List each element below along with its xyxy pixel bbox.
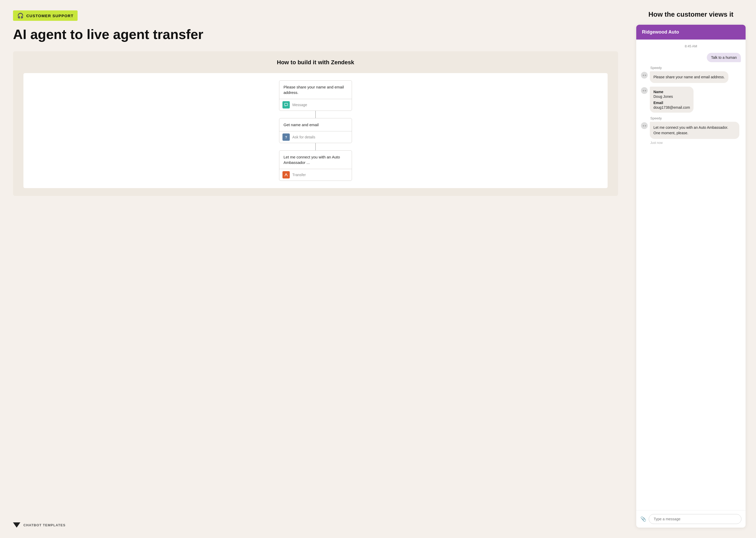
step-2-text: Get name and email: [279, 118, 352, 131]
step-2-action-label: Ask for details: [292, 135, 315, 139]
email-value: doug1738@email.com: [654, 105, 690, 110]
name-label: Name: [654, 90, 690, 94]
connector-1: [315, 111, 316, 118]
badge-label: CUSTOMER SUPPORT: [26, 14, 74, 18]
headset-icon: 🎧: [17, 13, 24, 19]
step-1-action-label: Message: [292, 103, 307, 107]
flow-step-2: Get name and email ? Ask for details: [279, 118, 352, 143]
flow-card-title: How to build it with Zendesk: [24, 59, 608, 66]
bot-sender-1: Speedy: [650, 66, 741, 70]
message-input[interactable]: [649, 514, 741, 524]
info-card-row: Name Doug Jones Email doug1738@email.com: [641, 87, 741, 113]
flow-diagram: Please share your name and email address…: [24, 73, 608, 188]
flow-step-1: Please share your name and email address…: [279, 81, 352, 111]
info-card: Name Doug Jones Email doug1738@email.com: [650, 87, 693, 113]
email-label: Email: [654, 101, 690, 105]
user-message-row: Talk to a human: [641, 53, 741, 62]
bot-avatar-info: [641, 87, 648, 94]
flow-card: How to build it with Zendesk Please shar…: [13, 51, 618, 196]
bot-sender-2: Speedy: [650, 116, 741, 120]
chat-body: 8:45 AM Talk to a human Speedy Please sh…: [636, 39, 746, 510]
right-panel: How the customer views it Ridgewood Auto…: [631, 0, 756, 538]
step-3-text: Let me connect you with an Auto Ambassad…: [279, 151, 352, 169]
connector-2: [315, 143, 316, 150]
ask-details-action-icon: ?: [282, 134, 290, 141]
name-value: Doug Jones: [654, 94, 690, 99]
left-panel: 🎧 CUSTOMER SUPPORT AI agent to live agen…: [0, 0, 631, 538]
chat-header: Ridgewood Auto: [636, 25, 746, 39]
footer: CHATBOT TEMPLATES: [13, 512, 618, 528]
step-1-text: Please share your name and email address…: [279, 81, 352, 99]
attachment-icon[interactable]: 📎: [640, 516, 646, 522]
bot-message-row-2: Speedy Let me connect you with an Auto A…: [641, 116, 741, 145]
right-panel-title: How the customer views it: [636, 10, 746, 19]
svg-rect-0: [285, 103, 288, 106]
message-action-icon: [282, 101, 290, 108]
transfer-action-icon: [282, 171, 290, 179]
bot-bubble-1: Please share your name and email address…: [650, 71, 728, 83]
chat-window: Ridgewood Auto 8:45 AM Talk to a human S…: [636, 25, 746, 528]
user-bubble: Talk to a human: [707, 53, 741, 62]
step-3-action-label: Transfer: [292, 173, 306, 177]
bot-bubble-row-2: Let me connect you with an Auto Ambassad…: [641, 122, 741, 139]
bot-bubble-row-1: Please share your name and email address…: [641, 71, 741, 83]
zendesk-logo: [13, 522, 20, 528]
bot-avatar-1: [641, 72, 648, 79]
chat-brand-name: Ridgewood Auto: [642, 29, 679, 34]
zendesk-logo-icon: [13, 522, 20, 528]
message-time: Just now: [650, 141, 741, 145]
bot-avatar-2: [641, 122, 648, 129]
step-2-action: ? Ask for details: [279, 131, 352, 143]
step-1-action: Message: [279, 99, 352, 111]
chat-footer: 📎: [636, 510, 746, 528]
category-badge: 🎧 CUSTOMER SUPPORT: [13, 10, 78, 21]
main-title: AI agent to live agent transfer: [13, 27, 618, 42]
bot-bubble-2: Let me connect you with an Auto Ambassad…: [650, 122, 739, 139]
footer-label: CHATBOT TEMPLATES: [24, 523, 66, 527]
flow-step-3: Let me connect you with an Auto Ambassad…: [279, 150, 352, 181]
bot-message-row-1: Speedy Please share your name and email …: [641, 66, 741, 83]
chat-timestamp: 8:45 AM: [641, 44, 741, 48]
step-3-action: Transfer: [279, 169, 352, 181]
